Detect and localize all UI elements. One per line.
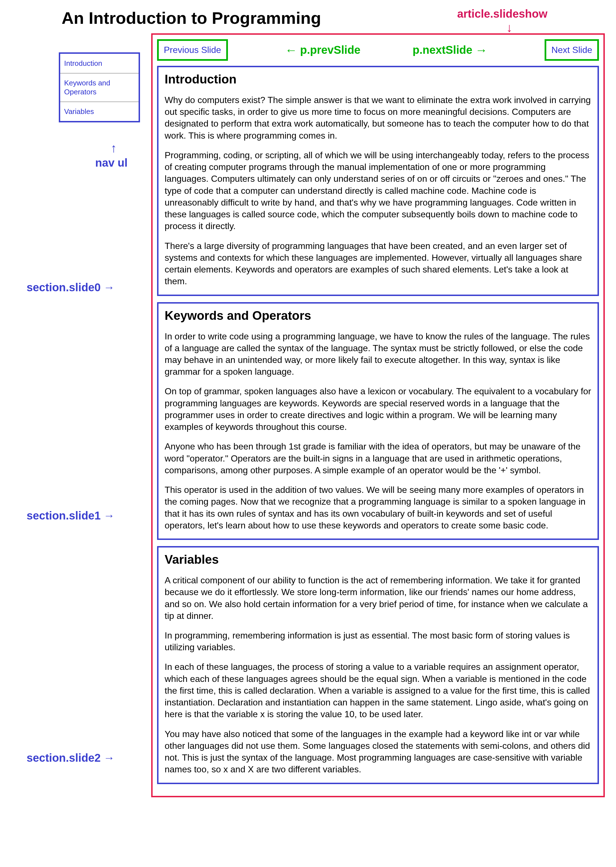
slide-paragraph: In order to write code using a programmi… (165, 330, 591, 378)
nav-item-introduction[interactable]: Introduction (60, 54, 138, 73)
annotation-section1: section.slide1 → (27, 509, 115, 522)
annotation-nav-ul: nav ul (95, 157, 128, 169)
slide-paragraph: There's a large diversity of programming… (165, 240, 591, 287)
slide-heading: Keywords and Operators (165, 309, 591, 323)
arrow-right-icon: → (104, 281, 115, 294)
annotation-section1-text: section.slide1 (27, 509, 101, 522)
arrow-right-icon: → (475, 43, 487, 57)
slide-variables: Variables A critical component of our ab… (157, 546, 599, 784)
slide-paragraph: This operator is used in the addition of… (165, 484, 591, 531)
nav-item-keywords[interactable]: Keywords and Operators (60, 73, 138, 102)
previous-slide-button[interactable]: Previous Slide (157, 39, 228, 61)
slide-paragraph: You may have also noticed that some of t… (165, 728, 591, 776)
annotation-section0: section.slide0 → (27, 281, 115, 294)
slide-paragraph: Anyone who has been through 1st grade is… (165, 440, 591, 476)
annotation-prevslide: ← p.prevSlide (285, 43, 361, 57)
arrow-down-icon: ↓ (506, 21, 512, 35)
slide-introduction: Introduction Why do computers exist? The… (157, 66, 599, 296)
slide-keywords: Keywords and Operators In order to write… (157, 302, 599, 540)
annotation-section2-text: section.slide2 (27, 752, 101, 764)
slide-paragraph: Why do computers exist? The simple answe… (165, 94, 591, 141)
annotation-section2: section.slide2 → (27, 752, 115, 764)
annotation-nextslide: p.nextSlide → (413, 43, 487, 57)
annotation-prevslide-text: p.prevSlide (300, 44, 361, 56)
slide-paragraph: A critical component of our ability to f… (165, 574, 591, 622)
arrow-right-icon: → (104, 509, 115, 522)
slide-paragraph: In programming, remembering information … (165, 630, 591, 653)
nav-list: Introduction Keywords and Operators Vari… (59, 52, 140, 123)
slide-heading: Variables (165, 553, 591, 567)
slide-nav: Introduction Keywords and Operators Vari… (11, 52, 151, 123)
arrow-right-icon: → (104, 752, 115, 764)
annotation-article: article.slideshow (457, 8, 547, 20)
slide-paragraph: In each of these languages, the process … (165, 661, 591, 720)
arrow-left-icon: ← (285, 43, 297, 57)
slide-paragraph: Programming, coding, or scripting, all o… (165, 149, 591, 232)
annotation-nextslide-text: p.nextSlide (413, 44, 472, 56)
next-slide-button[interactable]: Next Slide (545, 39, 599, 61)
slideshow-article: Previous Slide ← p.prevSlide p.nextSlide… (151, 33, 605, 797)
slide-heading: Introduction (165, 72, 591, 86)
nav-item-variables[interactable]: Variables (60, 102, 138, 121)
annotation-section0-text: section.slide0 (27, 281, 101, 294)
arrow-up-icon: ↑ (111, 141, 117, 155)
slide-paragraph: On top of grammar, spoken languages also… (165, 385, 591, 433)
slide-controls: Previous Slide ← p.prevSlide p.nextSlide… (157, 39, 599, 61)
